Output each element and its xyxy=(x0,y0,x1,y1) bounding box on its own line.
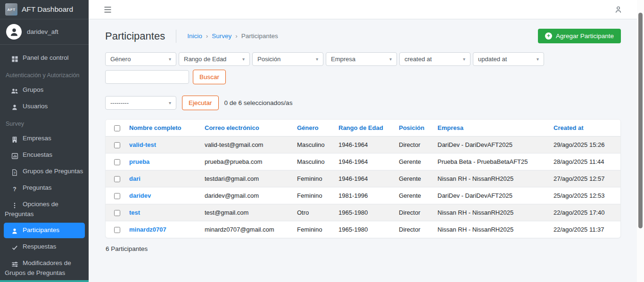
participant-link[interactable]: test xyxy=(129,209,140,216)
sidebar-item-preguntas[interactable]: ?Preguntas xyxy=(4,180,85,196)
cell-rango-de-edad: 1965-1980 xyxy=(335,221,395,238)
cell-posicion: Gerente xyxy=(395,187,434,204)
row-checkbox[interactable] xyxy=(114,227,120,233)
sidebar-item-participantes[interactable]: Participantes xyxy=(4,223,85,238)
sidebar-nav: Panel de controlAutenticación y Autoriza… xyxy=(0,45,89,282)
add-participant-button[interactable]: Agregar Participante xyxy=(538,29,621,43)
row-checkbox-cell xyxy=(106,204,125,221)
column-header-correo-electronico[interactable]: Correo electrónico xyxy=(201,120,293,137)
cell-rango-de-edad: 1981-1996 xyxy=(335,187,395,204)
question-icon: ? xyxy=(11,185,18,193)
select-all-checkbox[interactable] xyxy=(114,125,120,131)
row-checkbox[interactable] xyxy=(114,176,120,182)
breadcrumb-separator xyxy=(206,32,208,40)
filter-select-genero[interactable]: Género xyxy=(105,52,176,66)
participant-link[interactable]: dari xyxy=(129,175,140,182)
user-avatar-icon xyxy=(6,24,22,40)
breadcrumb: InicioSurveyParticipantes xyxy=(187,32,278,40)
table-row: valid-testvalid-test@gmail.comMasculino1… xyxy=(106,137,620,153)
cell-empresa: Nissan RH - NissanRH2025 xyxy=(434,221,550,238)
cell-nombre-completo: dari xyxy=(125,170,201,187)
sidebar-item-modificadores-de-grupos-de-preguntas[interactable]: Modificadores de Grupos de Preguntas xyxy=(4,256,85,281)
scrollbar-thumb[interactable] xyxy=(638,13,643,228)
row-checkbox-cell xyxy=(106,187,125,204)
cell-rango-de-edad: 1946-1964 xyxy=(335,153,395,170)
breadcrumb-item-survey[interactable]: Survey xyxy=(212,32,231,40)
chevron-down-icon xyxy=(316,57,318,62)
breadcrumb-item-inicio[interactable]: Inicio xyxy=(187,32,202,40)
cell-genero: Masculino xyxy=(293,153,335,170)
participants-table-card: Nombre completoCorreo electrónicoGéneroR… xyxy=(105,119,621,238)
column-header-rango-de-edad[interactable]: Rango de Edad xyxy=(335,120,395,137)
column-header-empresa[interactable]: Empresa xyxy=(434,120,550,137)
table-row: daridevdaridev@gmail.comFeminino1981-199… xyxy=(106,187,620,204)
cell-nombre-completo: minardz0707 xyxy=(125,221,201,238)
sidebar-item-respuestas[interactable]: Respuestas xyxy=(4,239,85,255)
chevron-down-icon xyxy=(169,101,171,105)
column-header-posicion[interactable]: Posición xyxy=(395,120,434,137)
page-title: Participantes xyxy=(105,30,165,42)
sidebar-item-panel-de-control[interactable]: Panel de control xyxy=(4,50,85,66)
row-checkbox[interactable] xyxy=(114,142,120,148)
hamburger-menu-icon[interactable] xyxy=(103,5,113,14)
page-content: Participantes InicioSurveyParticipantes … xyxy=(89,19,644,282)
sidebar-item-label: Grupos de Preguntas xyxy=(23,168,83,175)
search-input[interactable] xyxy=(105,70,189,84)
sidebar-item-usuarios[interactable]: Usuarios xyxy=(4,99,85,114)
action-select[interactable]: --------- xyxy=(105,96,176,110)
sidebar-item-label: Grupos xyxy=(23,86,43,93)
row-checkbox-cell xyxy=(106,137,125,153)
sidebar-section-survey: Survey xyxy=(6,121,85,127)
cell-correo-electronico: prueba@prueba.com xyxy=(201,153,293,170)
sidebar-item-label: Respuestas xyxy=(23,243,56,250)
plus-circle-icon xyxy=(545,32,552,40)
filter-select-updated-at[interactable]: updated at xyxy=(473,52,544,66)
app-brand[interactable]: AFT AFT Dashboard xyxy=(0,0,89,19)
cell-rango-de-edad: 1965-1980 xyxy=(335,204,395,221)
cell-correo-electronico: minardz0707@gmail.com xyxy=(201,221,293,238)
cell-rango-de-edad: 1946-1964 xyxy=(335,137,395,153)
cell-correo-electronico: test@gmail.com xyxy=(201,204,293,221)
cell-genero: Feminino xyxy=(293,187,335,204)
filter-select-created-at[interactable]: created at xyxy=(399,52,471,66)
user-menu-icon[interactable] xyxy=(613,5,623,15)
sidebar-item-label: Participantes xyxy=(23,226,59,234)
table-row: minardz0707minardz0707@gmail.comFeminino… xyxy=(106,221,620,238)
column-header-genero[interactable]: Género xyxy=(293,120,335,137)
participant-link[interactable]: prueba xyxy=(129,158,149,165)
sidebar-item-label: Panel de control xyxy=(23,54,69,61)
sidebar-item-grupos[interactable]: Grupos xyxy=(4,82,85,98)
sidebar-item-label: Empresas xyxy=(23,135,51,142)
search-button[interactable]: Buscar xyxy=(193,70,226,84)
svg-text:?: ? xyxy=(13,186,16,193)
scrollbar-track[interactable] xyxy=(637,0,644,282)
chevron-down-icon xyxy=(463,57,465,62)
sidebar-item-encuestas[interactable]: Encuestas xyxy=(4,147,85,163)
sidebar-item-empresas[interactable]: Empresas xyxy=(4,131,85,146)
breadcrumb-separator xyxy=(235,32,238,40)
sidebar-bottom-accent xyxy=(0,280,89,282)
app-logo: AFT xyxy=(5,3,17,16)
cell-posicion: Gerente xyxy=(395,153,434,170)
row-checkbox[interactable] xyxy=(114,159,120,165)
cell-posicion: Gerente xyxy=(395,170,434,187)
execute-button[interactable]: Ejecutar xyxy=(182,96,219,110)
filter-select-rango-de-edad[interactable]: Rango de Edad xyxy=(179,52,250,66)
cell-empresa: DariDev - DariDevAFT2025 xyxy=(434,137,550,153)
row-checkbox[interactable] xyxy=(114,193,120,199)
participant-link[interactable]: minardz0707 xyxy=(129,226,166,233)
filter-select-empresa[interactable]: Empresa xyxy=(326,52,397,66)
cell-genero: Otro xyxy=(293,204,335,221)
column-header-nombre-completo[interactable]: Nombre completo xyxy=(125,120,201,137)
cell-correo-electronico: testdari@gmail.com xyxy=(201,170,293,187)
row-checkbox[interactable] xyxy=(114,210,120,216)
participant-link[interactable]: daridev xyxy=(129,192,151,199)
participant-link[interactable]: valid-test xyxy=(129,141,156,148)
sidebar-item-opciones-de-preguntas[interactable]: Opciones de Preguntas xyxy=(4,197,85,222)
column-header-created-at[interactable]: Created at xyxy=(550,120,620,137)
username: daridev_aft xyxy=(27,28,58,35)
row-checkbox-cell xyxy=(106,153,125,170)
filter-select-posicion[interactable]: Posición xyxy=(252,52,323,66)
user-panel[interactable]: daridev_aft xyxy=(0,19,89,45)
sidebar-item-grupos-de-preguntas[interactable]: ?Grupos de Preguntas xyxy=(4,164,85,179)
